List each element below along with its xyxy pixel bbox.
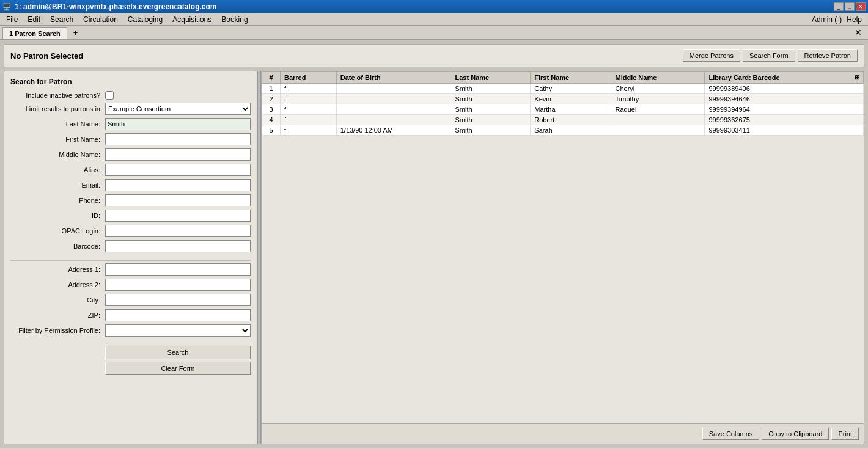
table-row[interactable]: 3 f Smith Martha Raquel 99999394964 [262, 104, 864, 115]
menu-acquisitions[interactable]: Acquisitions [167, 14, 216, 25]
cell-barcode: 99999389406 [705, 84, 864, 94]
address1-input[interactable] [105, 263, 251, 276]
results-panel: # Barred Date of Birth Last Name First N… [261, 71, 864, 444]
first-name-input[interactable] [105, 133, 251, 145]
col-barcode: Library Card: Barcode ⊞ [705, 72, 864, 84]
opac-input[interactable] [105, 225, 251, 237]
col-middle-name: Middle Name [611, 72, 705, 84]
search-button[interactable]: Search [105, 346, 251, 359]
menu-right: Admin (-) Help [812, 15, 867, 24]
title-text: 1: admin@BR1-winxpvmfx.phasefx.evergreen… [15, 2, 216, 11]
tab-label: 1 Patron Search [9, 30, 61, 37]
alias-label: Alias: [10, 166, 105, 173]
table-header-row: # Barred Date of Birth Last Name First N… [262, 72, 864, 84]
middle-name-row: Middle Name: [10, 148, 251, 161]
results-footer: Save Columns Copy to Clipboard Print [262, 423, 864, 444]
print-button[interactable]: Print [831, 428, 859, 440]
col-last-name: Last Name [451, 72, 531, 84]
results-table-wrap: # Barred Date of Birth Last Name First N… [262, 71, 864, 423]
header-buttons: Merge Patrons Search Form Retrieve Patro… [683, 49, 858, 62]
menu-circulation[interactable]: Circulation [78, 14, 123, 25]
first-name-label: First Name: [10, 136, 105, 143]
copy-clipboard-button[interactable]: Copy to Clipboard [762, 428, 829, 440]
help-menu[interactable]: Help [847, 15, 862, 24]
search-form-button[interactable]: Search Form [743, 49, 795, 62]
search-title: Search for Patron [10, 78, 251, 86]
limit-row: Limit results to patrons in Example Cons… [10, 103, 251, 115]
table-row[interactable]: 1 f Smith Cathy Cheryl 99999389406 [262, 84, 864, 94]
tab-close-icon[interactable]: ✕ [851, 26, 866, 39]
last-name-label: Last Name: [10, 120, 105, 128]
table-row[interactable]: 5 f 1/13/90 12:00 AM Smith Sarah 9999930… [262, 125, 864, 136]
table-row[interactable]: 4 f Smith Robert 99999362675 [262, 115, 864, 125]
menu-cataloging[interactable]: Cataloging [123, 14, 167, 25]
address1-row: Address 1: [10, 263, 251, 276]
cell-middle-name: Raquel [611, 104, 705, 115]
cell-barred: f [281, 125, 337, 136]
cell-dob [336, 104, 451, 115]
cell-last-name: Smith [451, 84, 531, 94]
new-tab-button[interactable]: + [68, 26, 83, 39]
id-label: ID: [10, 212, 105, 219]
clear-form-button[interactable]: Clear Form [105, 362, 251, 375]
search-buttons: Search Clear Form [10, 346, 251, 375]
menu-edit[interactable]: Edit [23, 14, 45, 25]
cell-dob: 1/13/90 12:00 AM [336, 125, 451, 136]
inactive-checkbox[interactable] [105, 91, 114, 100]
city-row: City: [10, 294, 251, 306]
menu-file[interactable]: File [1, 14, 23, 25]
id-input[interactable] [105, 210, 251, 222]
cell-first-name: Martha [531, 104, 611, 115]
cell-last-name: Smith [451, 125, 531, 136]
zip-input[interactable] [105, 309, 251, 321]
cell-last-name: Smith [451, 94, 531, 104]
cell-first-name: Robert [531, 115, 611, 125]
title-bar-controls: _ □ ✕ [834, 2, 866, 11]
save-columns-button[interactable]: Save Columns [702, 428, 760, 440]
close-button[interactable]: ✕ [856, 2, 866, 11]
zip-row: ZIP: [10, 309, 251, 321]
email-row: Email: [10, 179, 251, 191]
col-barred: Barred [281, 72, 337, 84]
zip-label: ZIP: [10, 312, 105, 319]
opac-label: OPAC Login: [10, 227, 105, 235]
col-dob: Date of Birth [336, 72, 451, 84]
retrieve-patron-button[interactable]: Retrieve Patron [798, 49, 858, 62]
admin-menu[interactable]: Admin (-) [812, 15, 842, 24]
table-row[interactable]: 2 f Smith Kevin Timothy 99999394646 [262, 94, 864, 104]
barcode-input[interactable] [105, 240, 251, 252]
patron-search-tab[interactable]: 1 Patron Search [2, 27, 67, 39]
main-content: No Patron Selected Merge Patrons Search … [0, 40, 868, 448]
minimize-button[interactable]: _ [834, 2, 844, 11]
last-name-input[interactable] [105, 118, 251, 130]
col-first-name: First Name [531, 72, 611, 84]
inactive-row: Include inactive patrons? [10, 91, 251, 100]
middle-name-input[interactable] [105, 148, 251, 161]
cell-barred: f [281, 104, 337, 115]
cell-num: 2 [262, 94, 281, 104]
menu-bar: File Edit Search Circulation Cataloging … [0, 13, 868, 26]
maximize-button[interactable]: □ [845, 2, 855, 11]
address2-label: Address 2: [10, 281, 105, 288]
permission-row: Filter by Permission Profile: [10, 324, 251, 337]
phone-input[interactable] [105, 194, 251, 206]
merge-patrons-button[interactable]: Merge Patrons [683, 49, 740, 62]
col-resize-icon[interactable]: ⊞ [855, 74, 859, 81]
alias-input[interactable] [105, 164, 251, 176]
email-input[interactable] [105, 179, 251, 191]
cell-barcode: 99999394646 [705, 94, 864, 104]
city-input[interactable] [105, 294, 251, 306]
menu-search[interactable]: Search [45, 14, 78, 25]
results-table: # Barred Date of Birth Last Name First N… [262, 71, 864, 136]
limit-select[interactable]: Example Consortium [105, 103, 251, 115]
cell-dob [336, 84, 451, 94]
address2-input[interactable] [105, 279, 251, 291]
permission-label: Filter by Permission Profile: [10, 327, 105, 334]
cell-last-name: Smith [451, 115, 531, 125]
inactive-label: Include inactive patrons? [10, 92, 105, 99]
alias-row: Alias: [10, 164, 251, 176]
permission-select[interactable] [105, 324, 251, 337]
no-patron-label: No Patron Selected [10, 51, 83, 60]
menu-booking[interactable]: Booking [216, 14, 252, 25]
cell-num: 3 [262, 104, 281, 115]
